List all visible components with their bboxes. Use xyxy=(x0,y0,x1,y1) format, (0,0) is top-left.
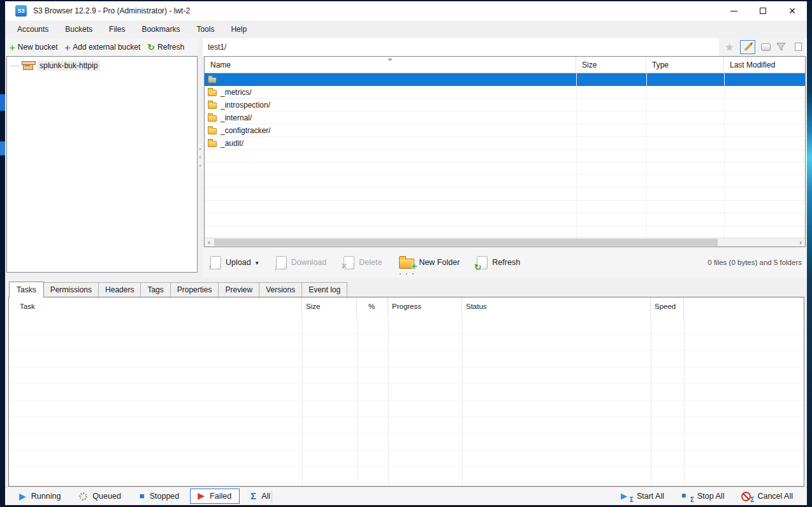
task-column-progress[interactable]: Progress xyxy=(388,297,462,318)
download-icon xyxy=(276,256,287,269)
failed-icon xyxy=(198,491,205,501)
column-header-last-modified[interactable]: Last Modified xyxy=(724,57,805,73)
bucket-toolbar: New bucket Add external bucket Refresh xyxy=(5,38,198,56)
filter-failed[interactable]: Failed xyxy=(190,489,240,504)
menu-item-tools[interactable]: Tools xyxy=(188,20,222,38)
scroll-right-icon[interactable] xyxy=(796,238,805,246)
file-list-header: Name Size Type Last Modified xyxy=(205,57,805,73)
tab-preview[interactable]: Preview xyxy=(218,282,259,297)
menu-item-accounts[interactable]: Accounts xyxy=(9,20,57,38)
file-row-_configtracker[interactable]: _configtracker/ xyxy=(205,124,805,137)
maximize-button[interactable] xyxy=(748,1,778,20)
tab-permissions[interactable]: Permissions xyxy=(43,282,99,297)
task-actions: Start AllStop AllCancel All xyxy=(621,492,807,501)
scrollbar-thumb[interactable] xyxy=(214,239,718,246)
menu-bar: AccountsBucketsFilesBookmarksToolsHelp xyxy=(5,20,807,38)
plus-icon xyxy=(64,43,70,52)
filter-funnel-icon[interactable] xyxy=(776,43,787,52)
panel-splitter[interactable] xyxy=(199,148,201,166)
file-row-..[interactable]: .. xyxy=(205,73,805,86)
file-list-body: .._metrics/_introspection/_internal/_con… xyxy=(205,73,805,238)
folder-icon xyxy=(208,115,217,122)
refresh-files-button[interactable]: Refresh xyxy=(477,256,520,269)
task-column-status[interactable]: Status xyxy=(462,297,651,318)
close-icon xyxy=(789,5,796,17)
path-bar[interactable]: test1/ xyxy=(203,38,807,56)
queued-icon xyxy=(79,492,87,501)
bucket-tree-item[interactable]: splunk-buk-httpip xyxy=(11,61,197,71)
divider xyxy=(272,490,272,503)
close-button[interactable] xyxy=(778,1,807,20)
stop-all-button[interactable]: Stop All xyxy=(681,492,724,501)
titlebar: S3 S3 Browser 12.2.9 - Pro (Administrato… xyxy=(5,1,807,20)
window-controls xyxy=(719,1,807,20)
task-filters: RunningQueuedStoppedFailedAll xyxy=(5,489,270,504)
scroll-left-icon[interactable] xyxy=(205,238,214,246)
file-toolbar: Upload Download Delete New Folder Refres… xyxy=(203,247,807,278)
refresh-icon xyxy=(474,263,481,271)
column-header-size[interactable]: Size xyxy=(576,57,646,73)
menu-item-files[interactable]: Files xyxy=(101,20,133,38)
tab-versions[interactable]: Versions xyxy=(259,282,302,297)
tab-tags[interactable]: Tags xyxy=(140,282,170,297)
refresh-buckets-button[interactable]: Refresh xyxy=(147,43,184,52)
tree-connector xyxy=(11,66,19,66)
filter-all[interactable]: All xyxy=(250,491,270,501)
delete-button[interactable]: Delete xyxy=(344,256,382,269)
download-button[interactable]: Download xyxy=(276,256,327,269)
filter-stopped[interactable]: Stopped xyxy=(140,492,179,501)
desktop-fragment xyxy=(0,141,5,155)
filter-label: Stopped xyxy=(150,492,180,501)
menu-item-help[interactable]: Help xyxy=(222,20,255,38)
file-row-_introspection[interactable]: _introspection/ xyxy=(205,99,805,111)
filter-running[interactable]: Running xyxy=(19,492,61,501)
current-path: test1/ xyxy=(208,43,226,52)
tab-tasks[interactable]: Tasks xyxy=(9,282,44,297)
column-divider xyxy=(651,318,651,486)
task-column-speed[interactable]: Speed xyxy=(651,297,684,318)
menu-item-bookmarks[interactable]: Bookmarks xyxy=(133,20,188,38)
tab-properties[interactable]: Properties xyxy=(170,282,219,297)
file-row-_audit[interactable]: _audit/ xyxy=(205,137,805,150)
minimize-icon xyxy=(730,11,737,11)
edit-path-button[interactable] xyxy=(740,40,755,54)
column-divider xyxy=(302,318,303,486)
button-view-icon[interactable] xyxy=(761,43,771,51)
new-bucket-label: New bucket xyxy=(18,43,58,52)
task-column-size[interactable]: Size xyxy=(302,297,357,318)
minimize-button[interactable] xyxy=(719,1,748,20)
new-folder-button[interactable]: New Folder xyxy=(399,257,460,269)
folder-icon xyxy=(208,103,217,109)
bucket-icon xyxy=(23,64,33,70)
favorite-star-icon[interactable] xyxy=(725,42,734,53)
horizontal-splitter[interactable] xyxy=(400,273,414,275)
column-divider xyxy=(724,73,725,238)
task-table-body xyxy=(9,318,804,486)
start-all-button[interactable]: Start All xyxy=(621,492,664,501)
filter-queued[interactable]: Queued xyxy=(79,492,120,501)
tab-headers[interactable]: Headers xyxy=(98,282,141,297)
refresh-icon xyxy=(147,43,155,52)
horizontal-scrollbar[interactable] xyxy=(205,238,805,246)
file-name: _audit/ xyxy=(221,139,243,148)
file-row-_internal[interactable]: _internal/ xyxy=(205,111,805,124)
menu-item-buckets[interactable]: Buckets xyxy=(57,20,101,38)
cancel-all-button[interactable]: Cancel All xyxy=(741,492,793,501)
file-row-_metrics[interactable]: _metrics/ xyxy=(205,86,805,99)
parent-folder-icon xyxy=(208,77,217,83)
folder-icon xyxy=(208,128,217,134)
delete-icon xyxy=(344,256,354,269)
x-icon xyxy=(341,261,347,271)
folder-icon xyxy=(208,141,217,147)
new-bucket-button[interactable]: New bucket xyxy=(10,43,57,52)
column-header-type[interactable]: Type xyxy=(646,57,724,73)
task-column-percent[interactable]: % xyxy=(357,297,388,318)
task-column-task[interactable]: Task xyxy=(9,297,302,318)
add-external-bucket-button[interactable]: Add external bucket xyxy=(64,43,140,52)
upload-button[interactable]: Upload xyxy=(210,256,259,269)
tab-event-log[interactable]: Event log xyxy=(301,282,347,297)
upload-label: Upload xyxy=(226,258,251,267)
copy-pages-icon[interactable] xyxy=(795,43,802,51)
running-icon xyxy=(19,492,26,501)
refresh-buckets-label: Refresh xyxy=(157,43,184,52)
